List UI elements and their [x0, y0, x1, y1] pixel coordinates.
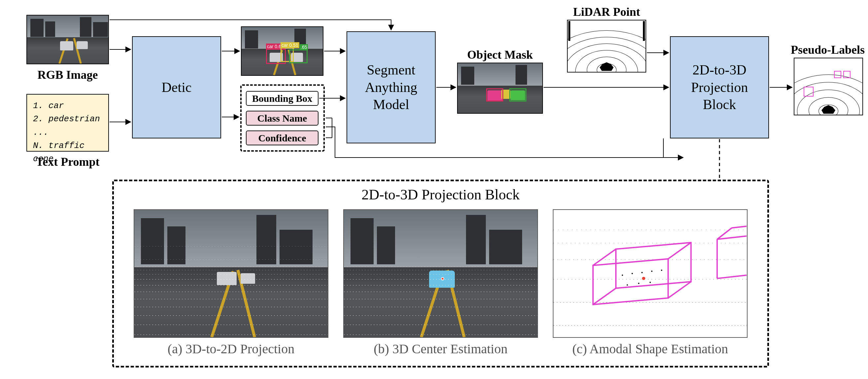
svg-line-26 [717, 275, 747, 278]
svg-point-32 [632, 273, 633, 274]
svg-point-33 [641, 272, 643, 273]
svg-point-38 [650, 282, 651, 283]
svg-point-36 [627, 284, 628, 286]
svg-line-24 [593, 249, 616, 265]
svg-point-34 [651, 271, 652, 272]
svg-line-28 [732, 226, 747, 228]
svg-line-21 [593, 288, 616, 305]
subpanel-c-image [553, 209, 747, 338]
svg-point-37 [638, 283, 639, 284]
subpanel-a-image [134, 209, 329, 338]
svg-marker-20 [616, 243, 691, 288]
svg-line-23 [668, 243, 691, 259]
subpanel-b-image [343, 209, 538, 338]
svg-point-35 [661, 270, 662, 271]
svg-point-31 [622, 275, 623, 276]
subpanel-a-caption: (a) 3D-to-2D Projection [134, 341, 329, 356]
subpanel-b-caption: (b) 3D Center Estimation [343, 341, 538, 356]
svg-marker-19 [593, 259, 668, 305]
subpanel-title: 2D-to-3D Projection Block [112, 186, 769, 203]
subpanel-c-caption: (c) Amodal Shape Estimation [553, 341, 747, 356]
svg-line-22 [668, 282, 691, 298]
svg-point-30 [642, 276, 646, 280]
